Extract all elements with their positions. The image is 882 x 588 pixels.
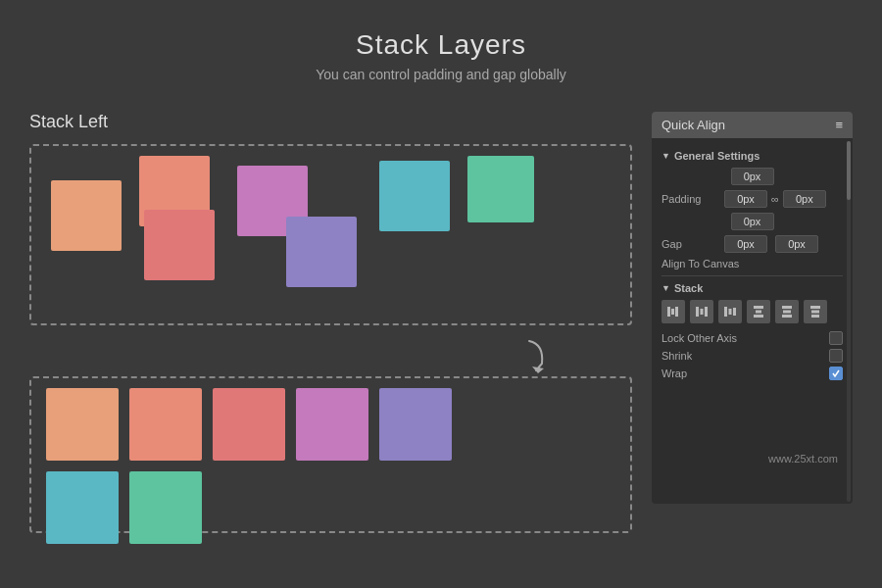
svg-rect-4 [696, 307, 699, 317]
shrink-checkbox[interactable] [829, 349, 843, 363]
panel-title: Quick Align [662, 118, 725, 132]
stack-label: Stack [674, 282, 703, 294]
sq-b-lavender [379, 388, 452, 461]
svg-rect-9 [733, 308, 736, 316]
stack-btn-6[interactable] [804, 300, 827, 323]
align-to-canvas-label: Align To Canvas [662, 258, 843, 270]
padding-middle-row: Padding ∞ [662, 190, 843, 208]
svg-rect-6 [705, 307, 708, 317]
sq-b-salmon [129, 388, 202, 461]
main-area: Stack Left [0, 92, 882, 566]
svg-rect-13 [782, 306, 792, 309]
panel-menu-icon[interactable]: ≡ [835, 118, 843, 132]
wrap-label: Wrap [662, 368, 687, 379]
shrink-row: Shrink [662, 349, 843, 363]
padding-label: Padding [662, 193, 720, 205]
sq-b-green [129, 471, 202, 544]
stack-chevron-icon: ▼ [662, 283, 670, 293]
section-label: Stack Left [29, 112, 632, 132]
svg-rect-11 [756, 311, 761, 314]
stack-btn-3[interactable] [718, 300, 742, 323]
stack-btn-4[interactable] [747, 300, 770, 323]
sq-pink [144, 210, 215, 280]
stack-btn-2[interactable] [690, 300, 713, 323]
padding-top-row [662, 168, 843, 185]
link-icon: ∞ [771, 193, 779, 205]
page-subtitle: You can control padding and gap globally [0, 67, 882, 82]
arrow-area [29, 339, 632, 378]
lock-axis-row: Lock Other Axis [662, 331, 843, 345]
svg-rect-18 [811, 315, 819, 318]
lock-axis-label: Lock Other Axis [662, 332, 737, 344]
align-to-canvas-row: Align To Canvas [662, 258, 843, 270]
arrow-icon [495, 339, 554, 378]
gap-h-input[interactable] [724, 235, 767, 253]
sq-lavender [286, 217, 357, 287]
padding-bottom-row [662, 213, 843, 230]
gap-row: Gap [662, 235, 843, 253]
sq-b-purple [296, 388, 368, 461]
stack-btn-5[interactable] [775, 300, 799, 323]
divider-1 [662, 275, 843, 276]
svg-marker-0 [532, 367, 544, 373]
svg-rect-12 [754, 315, 763, 318]
gap-v-input[interactable] [775, 235, 818, 253]
svg-rect-7 [724, 307, 727, 317]
general-settings-header: ▼ General Settings [662, 150, 843, 162]
stack-icons-row [662, 300, 843, 323]
quick-align-panel: Quick Align ≡ ▼ General Settings Padding… [652, 112, 853, 504]
gap-label: Gap [662, 238, 720, 250]
padding-bottom-input[interactable] [731, 213, 774, 230]
svg-rect-17 [811, 311, 819, 314]
panel-body: ▼ General Settings Padding ∞ Gap [652, 138, 853, 392]
stack-btn-1[interactable] [662, 300, 685, 323]
bottom-canvas [29, 376, 632, 533]
svg-rect-3 [675, 307, 678, 317]
top-canvas [29, 144, 632, 325]
left-panel: Stack Left [29, 112, 632, 547]
padding-right-input[interactable] [783, 190, 826, 208]
panel-header: Quick Align ≡ [652, 112, 853, 138]
svg-rect-15 [782, 315, 792, 318]
sq-green [467, 156, 534, 222]
page-header: Stack Layers You can control padding and… [0, 0, 882, 82]
sq-b-pink [213, 388, 285, 461]
scrollbar-thumb[interactable] [847, 141, 851, 200]
sq-b-teal [46, 471, 119, 544]
page-title: Stack Layers [0, 29, 882, 61]
svg-rect-14 [783, 311, 791, 314]
sq-orange-top [51, 180, 122, 251]
svg-rect-8 [729, 309, 732, 315]
svg-rect-2 [671, 309, 674, 315]
svg-rect-1 [667, 307, 670, 317]
svg-rect-16 [810, 306, 820, 309]
padding-left-input[interactable] [724, 190, 767, 208]
wrap-row: Wrap [662, 367, 843, 380]
sq-b-orange [46, 388, 119, 461]
svg-rect-5 [701, 309, 704, 315]
chevron-icon: ▼ [662, 151, 670, 161]
lock-axis-checkbox[interactable] [829, 331, 843, 345]
sq-teal [379, 161, 450, 231]
wrap-checkbox[interactable] [829, 367, 843, 380]
stack-header: ▼ Stack [662, 282, 843, 294]
general-settings-label: General Settings [674, 150, 760, 162]
shrink-label: Shrink [662, 350, 692, 362]
checkmark-icon [831, 368, 841, 378]
svg-rect-10 [754, 306, 763, 309]
padding-top-input[interactable] [731, 168, 774, 185]
scrollbar-track[interactable] [847, 141, 851, 502]
watermark: www.25xt.com [768, 453, 838, 465]
